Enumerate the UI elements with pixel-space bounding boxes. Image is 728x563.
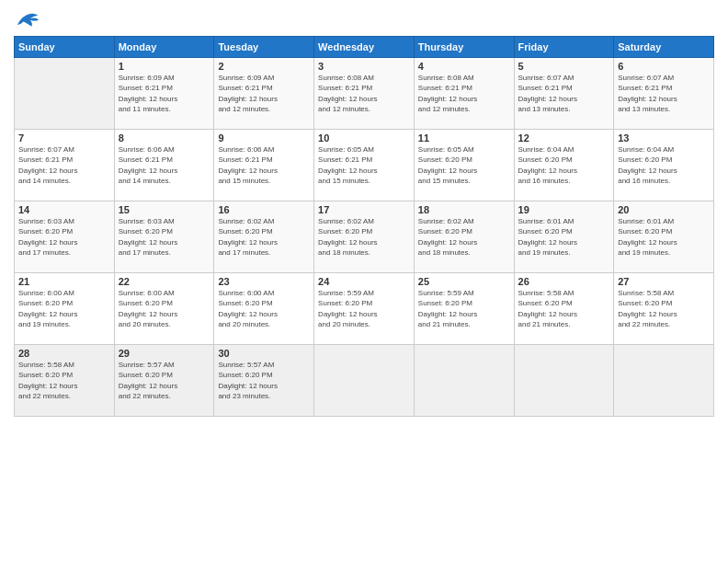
column-header-thursday: Thursday — [414, 37, 514, 58]
day-info: Sunrise: 6:06 AMSunset: 6:21 PMDaylight:… — [218, 144, 310, 186]
calendar-cell — [614, 345, 714, 417]
calendar-cell — [414, 345, 514, 417]
calendar-cell: 17Sunrise: 6:02 AMSunset: 6:20 PMDayligh… — [314, 201, 415, 273]
day-number: 25 — [418, 276, 510, 287]
day-info: Sunrise: 6:00 AMSunset: 6:20 PMDaylight:… — [119, 288, 210, 329]
column-header-sunday: Sunday — [15, 37, 115, 58]
day-info: Sunrise: 5:57 AMSunset: 6:20 PMDaylight:… — [218, 360, 310, 401]
day-info: Sunrise: 5:59 AMSunset: 6:20 PMDaylight:… — [318, 288, 410, 329]
day-info: Sunrise: 6:05 AMSunset: 6:20 PMDaylight:… — [418, 144, 510, 186]
day-info: Sunrise: 6:07 AMSunset: 6:21 PMDaylight:… — [18, 144, 110, 186]
calendar-header-row: SundayMondayTuesdayWednesdayThursdayFrid… — [15, 37, 714, 58]
calendar-cell: 18Sunrise: 6:02 AMSunset: 6:20 PMDayligh… — [414, 201, 514, 273]
day-info: Sunrise: 6:03 AMSunset: 6:20 PMDaylight:… — [18, 216, 110, 258]
day-info: Sunrise: 6:09 AMSunset: 6:21 PMDaylight:… — [218, 73, 310, 114]
page: SundayMondayTuesdayWednesdayThursdayFrid… — [0, 0, 728, 563]
day-info: Sunrise: 6:06 AMSunset: 6:21 PMDaylight:… — [119, 144, 210, 186]
calendar-cell: 26Sunrise: 5:58 AMSunset: 6:20 PMDayligh… — [514, 273, 614, 345]
column-header-tuesday: Tuesday — [214, 37, 314, 58]
calendar-cell: 30Sunrise: 5:57 AMSunset: 6:20 PMDayligh… — [214, 345, 314, 417]
calendar-cell: 6Sunrise: 6:07 AMSunset: 6:21 PMDaylight… — [614, 58, 714, 130]
day-info: Sunrise: 6:01 AMSunset: 6:20 PMDaylight:… — [518, 216, 610, 258]
week-row-5: 28Sunrise: 5:58 AMSunset: 6:20 PMDayligh… — [15, 345, 714, 417]
calendar-cell: 15Sunrise: 6:03 AMSunset: 6:20 PMDayligh… — [114, 201, 214, 273]
column-header-friday: Friday — [514, 37, 614, 58]
week-row-1: 1Sunrise: 6:09 AMSunset: 6:21 PMDaylight… — [15, 58, 714, 130]
calendar-cell: 8Sunrise: 6:06 AMSunset: 6:21 PMDaylight… — [114, 130, 214, 201]
calendar-table: SundayMondayTuesdayWednesdayThursdayFrid… — [14, 36, 714, 417]
logo-bird-icon — [16, 10, 40, 29]
calendar-cell: 11Sunrise: 6:05 AMSunset: 6:20 PMDayligh… — [414, 130, 514, 201]
day-number: 13 — [618, 132, 710, 144]
header — [14, 9, 714, 29]
column-header-saturday: Saturday — [614, 37, 714, 58]
day-number: 19 — [518, 204, 610, 215]
day-number: 4 — [418, 61, 510, 72]
logo — [14, 9, 38, 29]
calendar-cell: 21Sunrise: 6:00 AMSunset: 6:20 PMDayligh… — [15, 273, 115, 345]
calendar-cell: 14Sunrise: 6:03 AMSunset: 6:20 PMDayligh… — [15, 201, 115, 273]
calendar-cell: 5Sunrise: 6:07 AMSunset: 6:21 PMDaylight… — [514, 58, 614, 130]
day-number: 3 — [318, 61, 410, 72]
day-number: 1 — [119, 61, 210, 72]
calendar-cell: 1Sunrise: 6:09 AMSunset: 6:21 PMDaylight… — [114, 58, 214, 130]
day-info: Sunrise: 6:05 AMSunset: 6:21 PMDaylight:… — [318, 144, 410, 186]
calendar-cell: 29Sunrise: 5:57 AMSunset: 6:20 PMDayligh… — [114, 345, 214, 417]
week-row-3: 14Sunrise: 6:03 AMSunset: 6:20 PMDayligh… — [15, 201, 714, 273]
day-number: 18 — [418, 204, 510, 215]
day-number: 14 — [18, 204, 110, 215]
day-info: Sunrise: 6:04 AMSunset: 6:20 PMDaylight:… — [518, 144, 610, 186]
calendar-cell — [15, 58, 115, 130]
calendar-cell: 9Sunrise: 6:06 AMSunset: 6:21 PMDaylight… — [214, 130, 314, 201]
day-info: Sunrise: 6:03 AMSunset: 6:20 PMDaylight:… — [119, 216, 210, 258]
calendar-cell: 4Sunrise: 6:08 AMSunset: 6:21 PMDaylight… — [414, 58, 514, 130]
day-number: 2 — [218, 61, 310, 72]
day-number: 21 — [18, 276, 110, 287]
calendar-cell: 25Sunrise: 5:59 AMSunset: 6:20 PMDayligh… — [414, 273, 514, 345]
day-number: 16 — [218, 204, 310, 215]
day-info: Sunrise: 6:00 AMSunset: 6:20 PMDaylight:… — [18, 288, 110, 329]
day-number: 10 — [318, 132, 410, 144]
day-info: Sunrise: 6:07 AMSunset: 6:21 PMDaylight:… — [618, 73, 710, 114]
calendar-cell: 16Sunrise: 6:02 AMSunset: 6:20 PMDayligh… — [214, 201, 314, 273]
column-header-monday: Monday — [114, 37, 214, 58]
day-number: 22 — [119, 276, 210, 287]
calendar-cell — [314, 345, 415, 417]
calendar-cell: 23Sunrise: 6:00 AMSunset: 6:20 PMDayligh… — [214, 273, 314, 345]
day-number: 26 — [518, 276, 610, 287]
day-info: Sunrise: 5:57 AMSunset: 6:20 PMDaylight:… — [119, 360, 210, 401]
day-info: Sunrise: 6:01 AMSunset: 6:20 PMDaylight:… — [618, 216, 710, 258]
calendar-cell: 20Sunrise: 6:01 AMSunset: 6:20 PMDayligh… — [614, 201, 714, 273]
day-number: 30 — [218, 348, 310, 359]
day-number: 27 — [618, 276, 710, 287]
calendar-cell: 13Sunrise: 6:04 AMSunset: 6:20 PMDayligh… — [614, 130, 714, 201]
day-info: Sunrise: 5:59 AMSunset: 6:20 PMDaylight:… — [418, 288, 510, 329]
day-info: Sunrise: 6:08 AMSunset: 6:21 PMDaylight:… — [318, 73, 410, 114]
day-number: 8 — [119, 132, 210, 144]
day-number: 17 — [318, 204, 410, 215]
day-number: 11 — [418, 132, 510, 144]
day-number: 24 — [318, 276, 410, 287]
day-info: Sunrise: 5:58 AMSunset: 6:20 PMDaylight:… — [18, 360, 110, 401]
day-info: Sunrise: 6:02 AMSunset: 6:20 PMDaylight:… — [318, 216, 410, 258]
calendar-cell: 28Sunrise: 5:58 AMSunset: 6:20 PMDayligh… — [15, 345, 115, 417]
calendar-cell: 10Sunrise: 6:05 AMSunset: 6:21 PMDayligh… — [314, 130, 415, 201]
calendar-cell: 3Sunrise: 6:08 AMSunset: 6:21 PMDaylight… — [314, 58, 415, 130]
day-info: Sunrise: 6:04 AMSunset: 6:20 PMDaylight:… — [618, 144, 710, 186]
day-number: 12 — [518, 132, 610, 144]
calendar-cell: 7Sunrise: 6:07 AMSunset: 6:21 PMDaylight… — [15, 130, 115, 201]
calendar-cell: 12Sunrise: 6:04 AMSunset: 6:20 PMDayligh… — [514, 130, 614, 201]
calendar-cell: 22Sunrise: 6:00 AMSunset: 6:20 PMDayligh… — [114, 273, 214, 345]
day-info: Sunrise: 6:09 AMSunset: 6:21 PMDaylight:… — [119, 73, 210, 114]
day-info: Sunrise: 6:02 AMSunset: 6:20 PMDaylight:… — [418, 216, 510, 258]
calendar-cell: 19Sunrise: 6:01 AMSunset: 6:20 PMDayligh… — [514, 201, 614, 273]
day-info: Sunrise: 6:02 AMSunset: 6:20 PMDaylight:… — [218, 216, 310, 258]
day-number: 29 — [119, 348, 210, 359]
week-row-2: 7Sunrise: 6:07 AMSunset: 6:21 PMDaylight… — [15, 130, 714, 201]
calendar-cell: 24Sunrise: 5:59 AMSunset: 6:20 PMDayligh… — [314, 273, 415, 345]
day-number: 6 — [618, 61, 710, 72]
column-header-wednesday: Wednesday — [314, 37, 415, 58]
calendar-cell: 27Sunrise: 5:58 AMSunset: 6:20 PMDayligh… — [614, 273, 714, 345]
calendar-cell — [514, 345, 614, 417]
day-info: Sunrise: 6:00 AMSunset: 6:20 PMDaylight:… — [218, 288, 310, 329]
